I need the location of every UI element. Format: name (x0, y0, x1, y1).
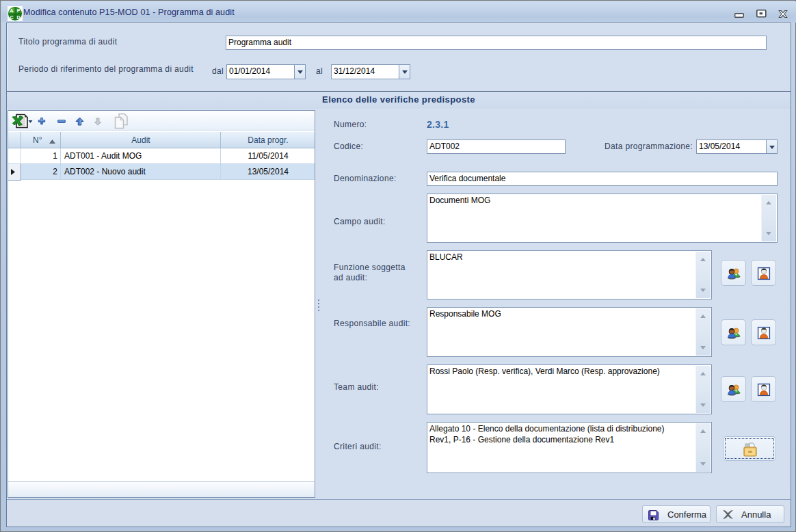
svg-text:A: A (10, 8, 13, 13)
svg-text:D: D (16, 15, 20, 20)
svg-text:P: P (17, 8, 21, 13)
svg-text:C: C (10, 15, 13, 20)
